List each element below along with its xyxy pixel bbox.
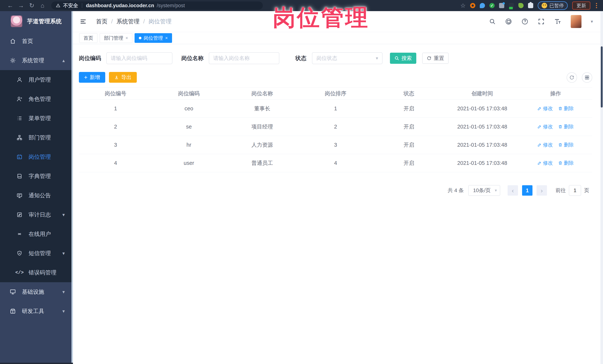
refresh-table-button[interactable] (567, 72, 577, 83)
edit-link[interactable]: 修改 (537, 123, 553, 130)
edit-icon (537, 124, 542, 129)
profile-paused-badge[interactable]: 已暂停 (538, 1, 568, 10)
sidebar-item-短信管理[interactable]: 短信管理▾ (0, 244, 73, 263)
sidebar-item-岗位管理[interactable]: 岗位管理 (0, 147, 73, 166)
user-avatar[interactable] (571, 15, 581, 28)
edit-link[interactable]: 修改 (537, 160, 553, 166)
sidebar-item-在线用户[interactable]: 在线用户 (0, 224, 73, 244)
add-button[interactable]: + 新增 (79, 72, 105, 83)
help-icon[interactable] (521, 18, 528, 25)
extension-keyboard-icon[interactable] (499, 3, 504, 8)
breadcrumb-system[interactable]: 系统管理 (116, 18, 139, 25)
search-icon[interactable] (489, 18, 496, 25)
status-select[interactable]: 岗位状态 ▾ (312, 52, 383, 64)
tab-部门管理[interactable]: 部门管理× (100, 33, 132, 43)
forward-icon[interactable]: → (16, 0, 26, 11)
sidebar-item-菜单管理[interactable]: 菜单管理 (0, 109, 73, 128)
delete-icon (558, 161, 563, 165)
post-code-input[interactable] (106, 52, 173, 64)
reset-button[interactable]: 重置 (422, 53, 449, 64)
update-button[interactable]: 更新 (572, 1, 590, 10)
delete-link[interactable]: 删除 (558, 123, 574, 130)
edit-link[interactable]: 修改 (537, 105, 553, 112)
paused-label: 已暂停 (549, 2, 564, 9)
warning-triangle-icon (56, 3, 60, 8)
security-label[interactable]: 不安全 (63, 2, 78, 9)
page-scrollbar[interactable] (600, 11, 603, 364)
next-page-button[interactable]: › (536, 185, 547, 196)
font-size-icon[interactable] (554, 18, 561, 25)
post-name-input[interactable] (209, 52, 279, 64)
page-size-select[interactable]: 10条/页 ▾ (468, 185, 500, 196)
post-name-label: 岗位名称 (181, 55, 204, 62)
tab-label: 首页 (83, 35, 93, 41)
scrollbar-thumb[interactable] (601, 46, 603, 108)
back-icon[interactable]: ← (5, 0, 16, 11)
sidebar-item-系统管理[interactable]: 系统管理▴ (0, 51, 73, 70)
bookmark-star-icon[interactable]: ☆ (460, 2, 466, 9)
gear-icon (10, 57, 16, 64)
delete-link[interactable]: 删除 (558, 142, 574, 148)
extension-leaf-icon[interactable] (518, 3, 523, 8)
sidebar-item-审计日志[interactable]: 审计日志▾ (0, 205, 73, 224)
extension-crx-icon[interactable] (509, 3, 514, 8)
export-button[interactable]: 导出 (109, 72, 137, 83)
breadcrumb-separator: / (143, 18, 145, 25)
column-settings-button[interactable] (582, 72, 592, 83)
edit-label: 修改 (543, 142, 553, 148)
close-icon[interactable]: × (126, 35, 128, 41)
goto-page-input[interactable] (569, 185, 581, 196)
sidebar-item-基础设施[interactable]: 基础设施▾ (0, 282, 73, 301)
tab-label: 岗位管理 (144, 35, 163, 41)
logo[interactable]: 芋道管理系统 (0, 11, 73, 32)
sidebar-item-字典管理[interactable]: 字典管理 (0, 166, 73, 186)
prev-page-button[interactable]: ‹ (508, 185, 518, 196)
chevron-down-icon: ▾ (62, 212, 65, 218)
cell-code: ceo (152, 99, 225, 118)
sidebar-item-用户管理[interactable]: 用户管理 (0, 70, 73, 89)
fullscreen-icon[interactable] (538, 18, 545, 25)
column-header-操作: 操作 (519, 88, 592, 99)
cell-code: user (152, 154, 225, 172)
close-icon[interactable]: × (165, 35, 168, 41)
column-header-岗位编码: 岗位编码 (152, 88, 225, 99)
edit-label: 修改 (543, 123, 553, 130)
current-page-button[interactable]: 1 (522, 185, 533, 196)
sidebar-item-错误码管理[interactable]: </>错误码管理 (0, 263, 73, 282)
edit-link[interactable]: 修改 (537, 142, 553, 148)
sidebar-item-通知公告[interactable]: 通知公告 (0, 186, 73, 205)
extensions-puzzle-icon[interactable] (528, 3, 533, 8)
sidebar-item-label: 用户管理 (29, 76, 51, 84)
sidebar-item-部门管理[interactable]: 部门管理 (0, 128, 73, 147)
cell-status: 开启 (372, 136, 446, 154)
sidebar-item-label: 角色管理 (29, 95, 51, 103)
table-settings (567, 72, 592, 83)
search-button[interactable]: 搜索 (390, 53, 416, 64)
cell-code: se (152, 118, 225, 136)
extension-donut-icon[interactable] (470, 3, 475, 8)
sidebar-item-研发工具[interactable]: 研发工具▾ (0, 301, 73, 321)
browser-menu-icon[interactable] (595, 3, 598, 8)
avatar-caret-icon[interactable]: ▾ (591, 19, 593, 24)
tag-view-bar: 首页部门管理×岗位管理× (73, 32, 600, 44)
cell-code: hr (152, 136, 225, 154)
sidebar-item-首页[interactable]: 首页 (0, 32, 73, 51)
delete-link[interactable]: 删除 (558, 160, 574, 166)
page-unit-label: 页 (584, 187, 589, 194)
github-icon[interactable] (505, 18, 512, 25)
sidebar-item-label: 首页 (22, 37, 33, 45)
tab-首页[interactable]: 首页 (79, 33, 97, 43)
extension-check-icon[interactable]: ✓ (489, 3, 495, 8)
tab-岗位管理[interactable]: 岗位管理× (135, 33, 172, 43)
sidebar-scrollbar[interactable] (71, 11, 73, 364)
reload-icon[interactable]: ↻ (26, 0, 37, 11)
cell-id: 1 (79, 99, 152, 118)
sidebar-item-角色管理[interactable]: 角色管理 (0, 89, 73, 109)
collapse-sidebar-icon[interactable] (79, 18, 87, 25)
breadcrumb-home[interactable]: 首页 (96, 18, 107, 25)
extension-drop-icon[interactable] (480, 3, 485, 8)
delete-link[interactable]: 删除 (558, 105, 574, 112)
address-bar[interactable]: 不安全 dashboard.yudao.iocoder.cn/system/po… (51, 1, 263, 10)
home-nav-icon[interactable]: ⌂ (37, 0, 48, 11)
sidebar-item-label: 基础设施 (22, 288, 44, 296)
